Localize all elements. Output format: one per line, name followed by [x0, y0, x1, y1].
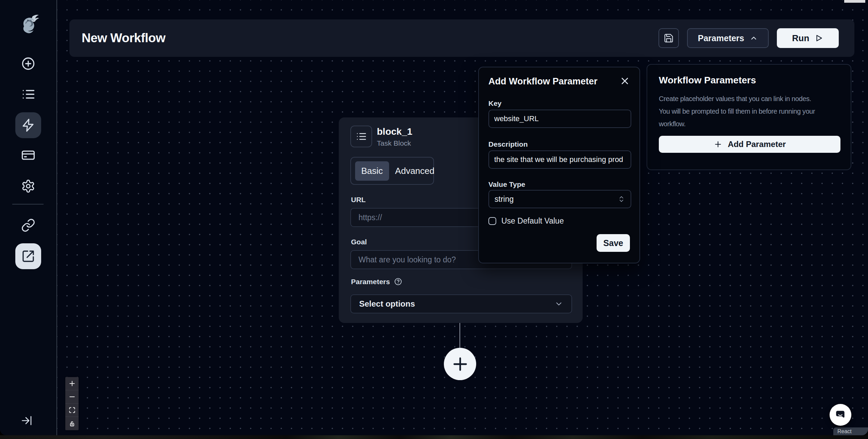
tab-basic[interactable]: Basic	[355, 161, 389, 181]
panel-description-line: You will be prompted to fill them in bef…	[659, 105, 815, 118]
sidebar-divider	[12, 204, 44, 205]
modal-close-button[interactable]	[619, 76, 631, 87]
external-link-icon	[21, 249, 35, 263]
parameters-button-label: Parameters	[698, 33, 744, 43]
help-circle-icon[interactable]	[394, 277, 402, 286]
app-window: New Workflow Parameters Run	[0, 0, 868, 435]
lock-button[interactable]	[65, 417, 79, 430]
node-tabs: Basic Advanced	[350, 157, 434, 185]
arrow-to-line-icon	[21, 414, 33, 427]
sidebar-item-settings[interactable]	[15, 173, 41, 199]
url-label: URL	[351, 196, 366, 204]
lock-icon	[69, 420, 76, 427]
link-icon	[21, 218, 35, 232]
play-icon	[815, 34, 823, 43]
zoom-out-button[interactable]	[65, 390, 79, 404]
panel-description: Create placeholder values that you can l…	[659, 93, 815, 130]
scrollbar-artifact	[844, 0, 865, 3]
value-type-label: Value Type	[488, 180, 525, 189]
node-title: block_1	[377, 126, 412, 137]
panel-description-line: workflow.	[659, 118, 815, 130]
header-actions: Parameters Run	[658, 28, 839, 48]
node-subtitle: Task Block	[377, 139, 411, 147]
sidebar-item-workflows-active[interactable]	[15, 112, 41, 138]
run-button-label: Run	[792, 33, 809, 44]
fit-view-icon	[69, 407, 76, 413]
skyvern-dragon-logo	[17, 12, 39, 36]
workflow-builder-app: New Workflow Parameters Run	[0, 0, 868, 439]
zoom-in-button[interactable]	[65, 377, 79, 390]
desktop-edge-strip	[0, 435, 868, 439]
sidebar	[0, 0, 57, 435]
workflow-header: New Workflow Parameters Run	[69, 19, 854, 57]
sidebar-item-external[interactable]	[15, 243, 41, 269]
value-type-value: string	[495, 195, 514, 204]
zap-icon	[21, 118, 35, 132]
add-block-button[interactable]	[444, 348, 476, 380]
description-label: Description	[488, 140, 528, 148]
value-type-select[interactable]: string	[488, 190, 631, 208]
canvas-controls	[65, 377, 79, 430]
key-input[interactable]	[488, 110, 631, 128]
tab-advanced[interactable]: Advanced	[389, 161, 441, 181]
node-parameters-row: Parameters	[351, 277, 402, 286]
sidebar-item-billing[interactable]	[15, 142, 41, 168]
panel-description-line: Create placeholder values that you can l…	[659, 93, 815, 105]
sidebar-item-integrations[interactable]	[15, 212, 41, 238]
chat-bubble-icon	[835, 409, 846, 421]
page-title: New Workflow	[82, 31, 165, 45]
modal-title: Add Workflow Parameter	[488, 76, 598, 87]
react-flow-attribution[interactable]: React Flow	[833, 427, 868, 435]
plus-icon	[451, 355, 469, 373]
panel-title: Workflow Parameters	[659, 75, 756, 86]
credit-card-icon	[21, 148, 36, 163]
close-icon	[619, 76, 630, 86]
parameters-select[interactable]: Select options	[350, 294, 572, 313]
chevron-up-icon	[750, 34, 758, 42]
support-chat-button[interactable]	[830, 404, 851, 426]
plus-circle-icon	[21, 56, 36, 71]
node-icon-container	[350, 126, 372, 147]
sidebar-collapse-button[interactable]	[15, 409, 39, 433]
run-workflow-button[interactable]: Run	[777, 28, 839, 48]
node-parameters-label: Parameters	[351, 278, 390, 286]
plus-icon	[69, 380, 76, 387]
workflow-parameters-panel: Workflow Parameters Create placeholder v…	[647, 64, 851, 170]
use-default-value-checkbox[interactable]	[488, 217, 496, 225]
chevrons-up-down-icon	[618, 195, 625, 203]
parameters-select-value: Select options	[359, 299, 415, 309]
add-parameter-button[interactable]: Add Parameter	[659, 136, 840, 153]
sidebar-item-create[interactable]	[15, 51, 41, 77]
save-button-label: Save	[603, 238, 623, 248]
add-workflow-parameter-modal: Add Workflow Parameter Key Description V…	[478, 67, 640, 263]
list-icon	[21, 87, 36, 102]
chevron-down-icon	[554, 299, 563, 308]
minus-icon	[69, 393, 76, 400]
plus-icon	[714, 140, 722, 149]
save-icon	[664, 33, 674, 43]
description-input[interactable]	[488, 150, 631, 169]
goal-label: Goal	[351, 238, 367, 246]
save-workflow-button[interactable]	[658, 28, 679, 48]
flow-edge	[460, 323, 460, 348]
key-label: Key	[488, 99, 502, 108]
fit-view-button[interactable]	[65, 404, 79, 417]
parameters-toggle-button[interactable]: Parameters	[687, 28, 769, 48]
use-default-value-label: Use Default Value	[501, 216, 564, 226]
add-parameter-label: Add Parameter	[728, 140, 786, 149]
task-list-icon	[355, 131, 367, 142]
save-parameter-button[interactable]: Save	[597, 234, 630, 252]
settings-gear-icon	[21, 179, 35, 193]
use-default-value-row: Use Default Value	[488, 216, 564, 226]
sidebar-item-workflows-list[interactable]	[15, 81, 41, 107]
